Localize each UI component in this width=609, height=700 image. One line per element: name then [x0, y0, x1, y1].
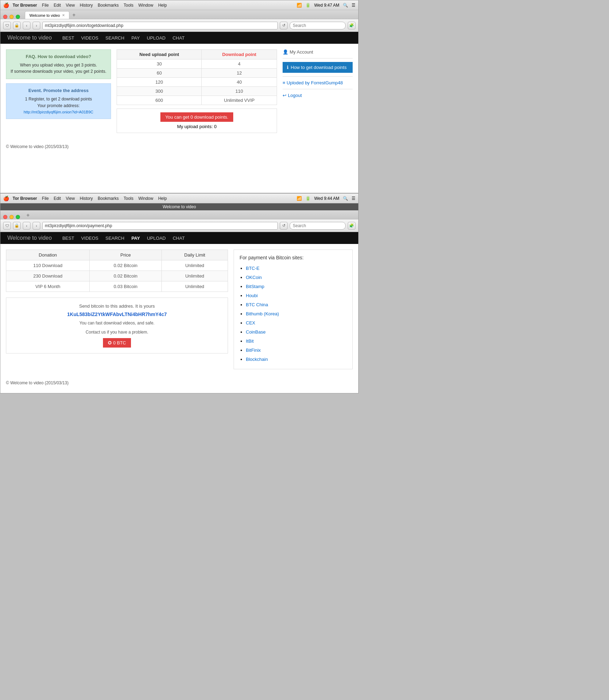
- search-icon[interactable]: 🔍: [343, 3, 348, 8]
- reload-button-2[interactable]: ↺: [280, 222, 288, 230]
- payment-site-link[interactable]: Blockchain: [246, 357, 268, 362]
- active-tab-1[interactable]: Welcome to video ✕: [25, 11, 69, 19]
- menu-view[interactable]: View: [66, 3, 75, 8]
- nav-upload-1[interactable]: UPLOAD: [147, 35, 165, 41]
- menu-tor-browser-2[interactable]: Tor Browser: [13, 196, 37, 201]
- menu-icon-2[interactable]: ☰: [352, 196, 355, 201]
- menu-tor-browser[interactable]: Tor Browser: [13, 3, 37, 8]
- nav-pay-2[interactable]: PAY: [131, 236, 140, 241]
- menu-file[interactable]: File: [42, 3, 49, 8]
- reload-button-1[interactable]: ↺: [280, 22, 288, 29]
- nav-chat-2[interactable]: CHAT: [173, 236, 185, 241]
- payment-site-link[interactable]: CoinBase: [246, 329, 265, 335]
- price-cell: 0.02 Bitcoin: [90, 260, 162, 271]
- bitcoin-address[interactable]: 1KuL583biZ2YtkWFAbvLTNi4bHR7hmY4c7: [12, 312, 222, 317]
- payment-site-link[interactable]: Bithumb (Korea): [246, 311, 279, 316]
- toolbar-1: 🛡 🔒 ‹ › ↺ 🧩: [0, 19, 358, 32]
- menu-window[interactable]: Window: [138, 3, 153, 8]
- back-button-1[interactable]: ‹: [23, 22, 30, 29]
- battery-icon-2: 🔋: [305, 196, 311, 201]
- logout-icon: ↩: [283, 93, 286, 98]
- faq-line1: When you upload video, you get 3 points.: [11, 62, 106, 68]
- extensions-icon-2[interactable]: 🧩: [348, 222, 355, 230]
- browser-window-2: 🍎 Tor Browser File Edit View History Boo…: [0, 193, 359, 393]
- nav-videos-2[interactable]: VIDEOS: [81, 236, 98, 241]
- uploaded-by-link[interactable]: ≡ Uploded by ForrestGump48: [283, 80, 353, 85]
- address-bar-2[interactable]: [42, 222, 278, 230]
- payment-site-link[interactable]: ItBit: [246, 338, 254, 344]
- menu-help-2[interactable]: Help: [158, 196, 167, 201]
- nav-pay-1[interactable]: PAY: [131, 35, 140, 41]
- menu-icon[interactable]: ☰: [352, 3, 355, 8]
- payment-site-link[interactable]: BTC-E: [246, 266, 259, 271]
- menu-bar-2: Tor Browser File Edit View History Bookm…: [13, 196, 167, 201]
- how-to-button[interactable]: ℹ How to get download points: [283, 62, 353, 73]
- tab-close-1[interactable]: ✕: [62, 13, 65, 17]
- event-promote-link[interactable]: http://mt3pirzdiyqf6jim.onion?id=A01B9C: [23, 110, 93, 114]
- close-button[interactable]: [3, 15, 7, 19]
- forward-button-2[interactable]: ›: [33, 222, 40, 230]
- menu-history[interactable]: History: [80, 3, 93, 8]
- menu-edit[interactable]: Edit: [54, 3, 61, 8]
- forward-button-1[interactable]: ›: [33, 22, 40, 29]
- tab-bar-2: +: [0, 210, 358, 219]
- clock-2: Wed 9:44 AM: [314, 196, 339, 201]
- menu-help[interactable]: Help: [158, 3, 167, 8]
- logout-link[interactable]: ↩ Logout: [283, 93, 353, 98]
- nav-best-2[interactable]: BEST: [62, 236, 74, 241]
- menu-window-2[interactable]: Window: [138, 196, 153, 201]
- how-to-label: How to get download points: [291, 65, 347, 70]
- payment-site-link[interactable]: BTC China: [246, 302, 268, 307]
- address-bar-1[interactable]: [42, 22, 278, 29]
- payment-site-link[interactable]: CEX: [246, 320, 255, 326]
- my-account-link[interactable]: 👤 My Account: [283, 49, 353, 55]
- maximize-button-2[interactable]: [16, 215, 20, 219]
- menu-tools-2[interactable]: Tools: [124, 196, 133, 201]
- payment-site-link[interactable]: Houbi: [246, 293, 258, 298]
- close-button-2[interactable]: [3, 215, 7, 219]
- payment-sites-list: BTC-EOKCoinBitStampHoubiBTC ChinaBithumb…: [240, 264, 347, 364]
- menu-edit-2[interactable]: Edit: [54, 196, 61, 201]
- nav-videos-1[interactable]: VIDEOS: [81, 35, 98, 41]
- menu-history-2[interactable]: History: [80, 196, 93, 201]
- back-button-2[interactable]: ‹: [23, 222, 30, 230]
- wifi-icon: 📶: [297, 3, 302, 8]
- search-input-1[interactable]: [290, 22, 346, 29]
- payment-site-link[interactable]: BitFinix: [246, 348, 261, 353]
- minimize-button-2[interactable]: [9, 215, 14, 219]
- menu-file-2[interactable]: File: [42, 196, 49, 201]
- payment-table: Donation Price Daily Limit 110 Download0…: [6, 250, 228, 292]
- extensions-icon[interactable]: 🧩: [348, 22, 355, 29]
- nav-search-2[interactable]: SEARCH: [105, 236, 124, 241]
- event-line2: Your promote address:: [11, 103, 106, 109]
- center-panel-1: Need upload point Download point 3046012…: [117, 49, 277, 133]
- nav-upload-2[interactable]: UPLOAD: [147, 236, 166, 241]
- new-tab-button-2[interactable]: +: [25, 212, 31, 218]
- payment-site-link[interactable]: BitStamp: [246, 284, 264, 289]
- bitcoin-intro-text: Send bitcoin to this addres. It is yours: [12, 303, 222, 309]
- security-icon[interactable]: 🛡: [3, 22, 11, 29]
- list-item: BTC China: [246, 300, 347, 309]
- search-input-2[interactable]: [290, 222, 346, 230]
- menu-bookmarks[interactable]: Bookmarks: [98, 3, 119, 8]
- menu-view-2[interactable]: View: [66, 196, 75, 201]
- security-icon-2[interactable]: 🛡: [3, 222, 11, 230]
- nav-best-1[interactable]: BEST: [62, 35, 74, 41]
- site-nav-2: Welcome to video BEST VIDEOS SEARCH PAY …: [0, 232, 358, 244]
- payment-right: For payment via Bitcoin sites: BTC-EOKCo…: [234, 250, 353, 369]
- separator-1: [283, 58, 353, 58]
- new-tab-button-1[interactable]: +: [71, 12, 77, 18]
- list-item: Houbi: [246, 291, 347, 300]
- menu-bar-1: Tor Browser File Edit View History Bookm…: [13, 3, 167, 8]
- btc-button[interactable]: ✪ 0 BTC: [103, 338, 131, 348]
- menu-bookmarks-2[interactable]: Bookmarks: [98, 196, 119, 201]
- search-icon-2[interactable]: 🔍: [343, 196, 348, 201]
- nav-search-1[interactable]: SEARCH: [105, 35, 124, 41]
- minimize-button[interactable]: [9, 15, 14, 19]
- cant-download-button[interactable]: You can get 0 download points.: [160, 112, 233, 122]
- limit-cell: Unlimited: [162, 260, 228, 271]
- nav-chat-1[interactable]: CHAT: [173, 35, 185, 41]
- menu-tools[interactable]: Tools: [124, 3, 133, 8]
- payment-site-link[interactable]: OKCoin: [246, 275, 262, 280]
- maximize-button[interactable]: [16, 15, 20, 19]
